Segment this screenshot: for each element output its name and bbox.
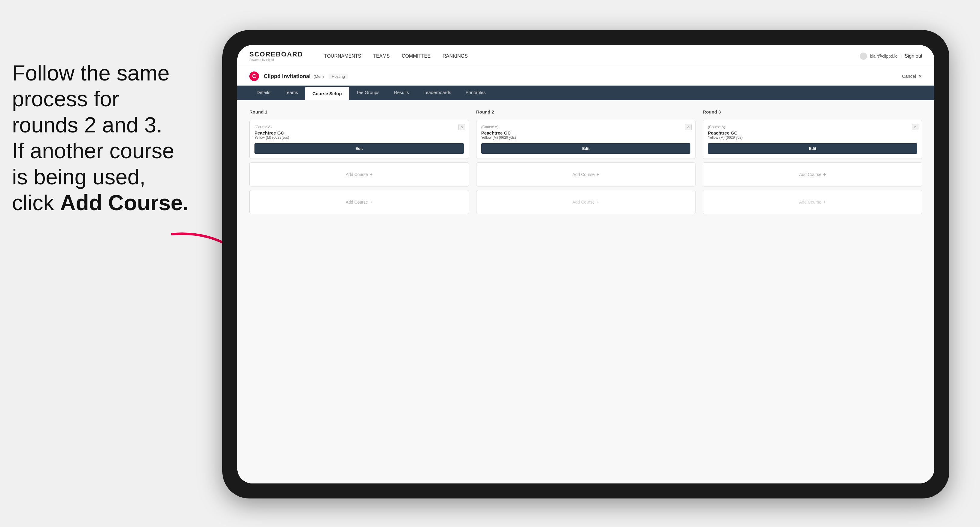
round-1-course-card: ○ (Course A) Peachtree GC Yellow (M) (66… <box>249 120 469 159</box>
instruction-line6-normal: click <box>12 190 60 215</box>
round-3-add-course-2-button[interactable]: Add Course + <box>703 190 922 214</box>
tab-course-setup[interactable]: Course Setup <box>305 87 349 100</box>
tab-bar: Details Teams Course Setup Tee Groups Re… <box>237 86 934 100</box>
main-content: Round 1 ○ (Course A) Peachtree GC Yellow… <box>237 100 934 483</box>
round-2-course-label: (Course A) <box>481 125 691 129</box>
instruction-line1: Follow the same <box>12 61 169 85</box>
nav-rankings[interactable]: RANKINGS <box>442 54 468 59</box>
tournament-bar: C Clippd Invitational (Men) Hosting Canc… <box>237 67 934 86</box>
instruction-text: Follow the same process for rounds 2 and… <box>0 48 216 228</box>
round-3-course-tee: Yellow (M) (6629 yds) <box>708 135 917 140</box>
clippd-logo-icon: C <box>249 71 259 81</box>
round-3-edit-button[interactable]: Edit <box>708 143 917 154</box>
round-1-course-label: (Course A) <box>255 125 464 129</box>
round-1-remove-button[interactable]: ○ <box>458 124 465 130</box>
round-3-title: Round 3 <box>703 109 922 114</box>
round-1-add-course-2-button[interactable]: Add Course + <box>249 190 469 214</box>
round-3-course-name: Peachtree GC <box>708 130 917 135</box>
tab-results[interactable]: Results <box>387 86 416 100</box>
instruction-line2: process for <box>12 87 119 111</box>
tab-details[interactable]: Details <box>249 86 278 100</box>
round-2-add-course-2-button[interactable]: Add Course + <box>476 190 696 214</box>
cancel-button[interactable]: Cancel ✕ <box>901 73 922 79</box>
nav-links: TOURNAMENTS TEAMS COMMITTEE RANKINGS <box>324 54 845 59</box>
user-email: blair@clippd.io <box>870 54 898 59</box>
tournament-type-badge: (Men) <box>313 74 324 79</box>
round-2-edit-button[interactable]: Edit <box>481 143 691 154</box>
nav-pipe: | <box>901 54 902 59</box>
nav-committee[interactable]: COMMITTEE <box>402 54 431 59</box>
top-nav: SCOREBOARD Powered by clippd TOURNAMENTS… <box>237 45 934 67</box>
nav-right: blair@clippd.io | Sign out <box>860 52 922 60</box>
round-1-title: Round 1 <box>249 109 469 114</box>
tab-printables[interactable]: Printables <box>458 86 493 100</box>
instruction-line3: rounds 2 and 3. <box>12 113 162 137</box>
round-1-add-course-button[interactable]: Add Course + <box>249 162 469 186</box>
user-avatar-icon <box>860 52 867 60</box>
round-2-course-tee: Yellow (M) (6629 yds) <box>481 135 691 140</box>
tab-tee-groups[interactable]: Tee Groups <box>349 86 387 100</box>
round-1-course-tee: Yellow (M) (6629 yds) <box>255 135 464 140</box>
tournament-name: Clippd Invitational <box>264 73 311 79</box>
nav-teams[interactable]: TEAMS <box>373 54 390 59</box>
round-1-column: Round 1 ○ (Course A) Peachtree GC Yellow… <box>249 109 469 214</box>
round-2-course-name: Peachtree GC <box>481 130 691 135</box>
logo-title: SCOREBOARD <box>249 51 303 58</box>
round-3-column: Round 3 ○ (Course A) Peachtree GC Yellow… <box>703 109 922 214</box>
tablet-frame: SCOREBOARD Powered by clippd TOURNAMENTS… <box>222 30 949 498</box>
hosting-badge: Hosting <box>329 73 348 79</box>
round-2-course-card: ○ (Course A) Peachtree GC Yellow (M) (66… <box>476 120 696 159</box>
round-3-course-label: (Course A) <box>708 125 917 129</box>
round-3-course-card: ○ (Course A) Peachtree GC Yellow (M) (66… <box>703 120 922 159</box>
round-1-edit-button[interactable]: Edit <box>255 143 464 154</box>
round-3-remove-button[interactable]: ○ <box>912 124 918 130</box>
round-2-title: Round 2 <box>476 109 696 114</box>
tab-leaderboards[interactable]: Leaderboards <box>416 86 458 100</box>
tab-teams[interactable]: Teams <box>278 86 305 100</box>
logo-subtitle: Powered by clippd <box>249 58 303 62</box>
scoreboard-logo: SCOREBOARD Powered by clippd <box>249 51 303 62</box>
instruction-line4: If another course <box>12 139 174 163</box>
sign-out-link[interactable]: Sign out <box>905 54 922 59</box>
instruction-line5: is being used, <box>12 165 145 189</box>
round-2-remove-button[interactable]: ○ <box>685 124 692 130</box>
rounds-grid: Round 1 ○ (Course A) Peachtree GC Yellow… <box>249 109 922 214</box>
round-1-course-name: Peachtree GC <box>255 130 464 135</box>
round-3-add-course-button[interactable]: Add Course + <box>703 162 922 186</box>
tablet-screen: SCOREBOARD Powered by clippd TOURNAMENTS… <box>237 45 934 483</box>
round-2-add-course-button[interactable]: Add Course + <box>476 162 696 186</box>
instruction-line6-bold: Add Course. <box>60 190 189 215</box>
round-2-column: Round 2 ○ (Course A) Peachtree GC Yellow… <box>476 109 696 214</box>
nav-tournaments[interactable]: TOURNAMENTS <box>324 54 361 59</box>
